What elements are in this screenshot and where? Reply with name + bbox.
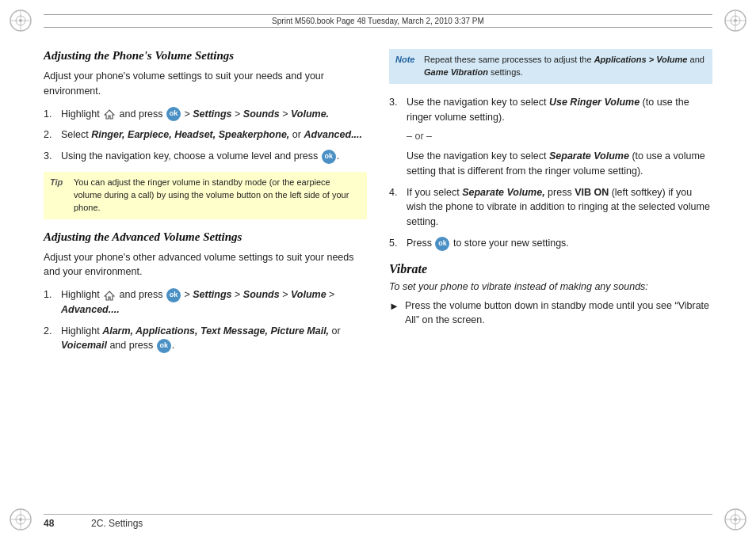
ok-button-icon-4: ok xyxy=(157,339,171,353)
svg-point-4 xyxy=(19,19,22,22)
step-3-5: 5. Press ok to store your new settings. xyxy=(389,236,712,251)
right-column: Note Repeat these same processes to adju… xyxy=(389,41,712,500)
svg-point-9 xyxy=(734,19,737,22)
step-2-2: 2. Highlight Alarm, Applications, Text M… xyxy=(44,324,367,354)
corner-decoration-tl xyxy=(6,6,35,35)
vibrate-section: Vibrate To set your phone to vibrate ins… xyxy=(389,262,712,329)
home-icon-1 xyxy=(104,108,115,120)
ok-button-icon-3: ok xyxy=(166,288,181,302)
steps-list-1: 1. Highlight and press ok > Settings > S… xyxy=(44,107,367,164)
vibrate-bullet-text: Press the volume button down in standby … xyxy=(405,299,712,329)
ok-button-icon-1: ok xyxy=(166,107,181,121)
step-1-3: 3. Using the navigation key, choose a vo… xyxy=(44,149,367,164)
step-2-1: 1. Highlight and press ok > Settings > S… xyxy=(44,287,367,318)
footer: 48 2C. Settings xyxy=(44,514,712,529)
section1-intro: Adjust your phone's volume settings to s… xyxy=(44,69,367,99)
steps-list-2: 1. Highlight and press ok > Settings > S… xyxy=(44,287,367,353)
steps-list-3: 3. Use the navigation key to select Use … xyxy=(389,95,712,251)
note-label: Note xyxy=(395,54,418,79)
vibrate-subtitle: To set your phone to vibrate instead of … xyxy=(389,281,712,292)
or-divider: – or – xyxy=(407,129,712,144)
corner-decoration-tr xyxy=(721,6,750,35)
footer-section-name: 2C. Settings xyxy=(91,518,143,529)
step-3-4: 4. If you select Separate Volume, press … xyxy=(389,185,712,230)
header-bar: Sprint M560.book Page 48 Tuesday, March … xyxy=(44,14,712,28)
note-text: Repeat these same processes to adjust th… xyxy=(424,54,706,79)
header-text: Sprint M560.book Page 48 Tuesday, March … xyxy=(272,17,484,25)
tip-text: You can adjust the ringer volume in stan… xyxy=(74,177,361,215)
svg-marker-21 xyxy=(105,291,114,300)
step-1-2: 2. Select Ringer, Earpiece, Headset, Spe… xyxy=(44,127,367,143)
section1-title: Adjusting the Phone's Volume Settings xyxy=(44,49,367,63)
section2-intro: Adjust your phone's other advanced volum… xyxy=(44,250,367,280)
footer-page-number: 48 xyxy=(44,518,91,529)
home-icon-2 xyxy=(104,290,115,301)
vibrate-title: Vibrate xyxy=(389,262,712,276)
section2-title: Adjusting the Advanced Volume Settings xyxy=(44,230,367,244)
corner-decoration-bl xyxy=(6,505,35,534)
step-3-3: 3. Use the navigation key to select Use … xyxy=(389,95,712,179)
tip-box: Tip You can adjust the ringer volume in … xyxy=(44,172,367,219)
step-1-1: 1. Highlight and press ok > Settings > S… xyxy=(44,107,367,122)
ok-button-icon-5: ok xyxy=(435,237,449,251)
svg-marker-20 xyxy=(105,110,114,119)
ok-button-icon-2: ok xyxy=(322,150,336,164)
tip-label: Tip xyxy=(50,177,67,215)
main-content: Adjusting the Phone's Volume Settings Ad… xyxy=(44,41,712,500)
note-box: Note Repeat these same processes to adju… xyxy=(389,49,712,84)
highlight-label-2: Highlight xyxy=(61,289,102,300)
vibrate-bullet-item: ► Press the volume button down in standb… xyxy=(389,299,712,329)
highlight-label-1: Highlight xyxy=(61,108,102,120)
page: Sprint M560.book Page 48 Tuesday, March … xyxy=(0,0,756,540)
bullet-arrow-icon: ► xyxy=(389,299,400,329)
corner-decoration-br xyxy=(721,505,750,534)
svg-point-19 xyxy=(734,518,737,521)
svg-point-14 xyxy=(19,518,22,521)
left-column: Adjusting the Phone's Volume Settings Ad… xyxy=(44,41,367,500)
